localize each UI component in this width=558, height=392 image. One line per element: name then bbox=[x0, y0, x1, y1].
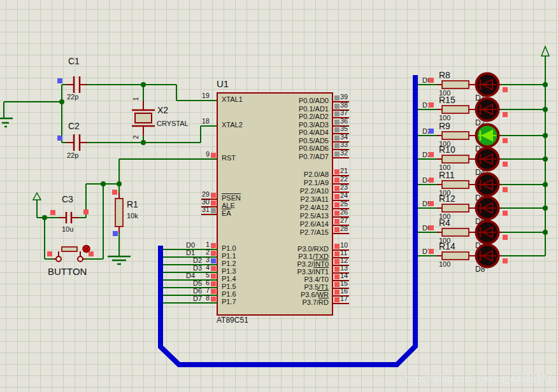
pin-number: 13 bbox=[340, 265, 361, 272]
pin-label-segment: P2.0/A8 bbox=[304, 171, 329, 178]
pin-label: P2.7/A15 bbox=[300, 229, 329, 237]
state-square-red bbox=[211, 289, 216, 294]
net-label: D2 bbox=[193, 257, 202, 265]
led-off[interactable] bbox=[474, 174, 501, 196]
junction-dot bbox=[543, 157, 548, 162]
resistor-ref-label: R4 bbox=[439, 218, 450, 228]
resistor-symbol[interactable] bbox=[437, 228, 474, 236]
pin-label: P3.0/RXD bbox=[297, 246, 329, 253]
resistor-ref-label: R14 bbox=[439, 242, 455, 251]
state-square-gray bbox=[334, 127, 340, 132]
pin-label: P0.0/AD0 bbox=[299, 97, 329, 105]
led-off[interactable] bbox=[474, 148, 501, 171]
resistor-symbol[interactable] bbox=[437, 252, 474, 260]
state-square-red bbox=[334, 267, 340, 272]
pin-number: 36 bbox=[340, 118, 361, 125]
state-square-red bbox=[211, 243, 216, 248]
resistor-symbol[interactable] bbox=[437, 81, 474, 88]
pin-label-segment: P1.1 bbox=[222, 252, 236, 260]
pin-number: 15 bbox=[340, 280, 361, 288]
pin-number: 9 bbox=[189, 151, 210, 158]
pin-label-segment: INT1 bbox=[313, 268, 329, 276]
junction-dot bbox=[543, 107, 548, 112]
led-off[interactable] bbox=[474, 245, 501, 267]
pin-label: P2.2/A10 bbox=[300, 188, 329, 195]
pin-label-xtal2: XTAL2 bbox=[222, 122, 243, 129]
push-button[interactable] bbox=[54, 246, 90, 262]
pin-label-segment: P1.7 bbox=[222, 298, 236, 305]
state-square-red bbox=[429, 78, 434, 83]
state-square-red bbox=[334, 186, 340, 191]
net-label: D5 bbox=[193, 280, 202, 288]
state-square-red bbox=[89, 251, 94, 256]
c1-value-label: 22p bbox=[67, 94, 78, 101]
pin-label: P3.7/RD bbox=[302, 299, 329, 307]
resistor-ref-label: R9 bbox=[439, 122, 450, 131]
pin-label-segment: RST bbox=[222, 154, 236, 162]
state-square-red bbox=[429, 201, 434, 206]
pin-label-segment: P0.1/AD1 bbox=[299, 105, 329, 113]
resistor-ref-label: R15 bbox=[439, 95, 455, 105]
state-square-gray bbox=[334, 120, 340, 125]
pin-number: 28 bbox=[340, 225, 361, 233]
state-square-red bbox=[112, 190, 117, 195]
pin-label-p17: P1.7 bbox=[222, 298, 236, 306]
junction-dot bbox=[543, 182, 548, 187]
led-on[interactable] bbox=[474, 125, 501, 147]
resistor-symbol[interactable] bbox=[437, 106, 474, 113]
pin-number: 32 bbox=[340, 150, 361, 157]
resistor-symbol[interactable] bbox=[437, 155, 474, 163]
state-square-blue bbox=[429, 129, 434, 134]
pin-label: P3.6/WR bbox=[301, 291, 329, 299]
pin-label: P3.3/INT1 bbox=[297, 269, 329, 276]
pin-label-segment: P1.0 bbox=[222, 244, 236, 252]
pin-number: 23 bbox=[340, 184, 361, 192]
state-square-red bbox=[50, 210, 55, 215]
led-off[interactable] bbox=[474, 197, 501, 220]
pin-label-segment: P0.5/AD5 bbox=[299, 137, 329, 144]
resistor-symbol[interactable] bbox=[437, 204, 474, 212]
capacitor-c2[interactable] bbox=[66, 134, 87, 151]
pin-label-p14: P1.4 bbox=[222, 276, 236, 283]
pin-number: 39 bbox=[340, 94, 361, 101]
pin-label-segment: P0.2/AD2 bbox=[299, 113, 329, 120]
resistor-r1[interactable] bbox=[115, 192, 123, 233]
pin-number: 21 bbox=[340, 167, 361, 175]
resistor-symbol[interactable] bbox=[437, 132, 474, 139]
pin-label-p13: P1.3 bbox=[222, 268, 236, 276]
state-square-red bbox=[211, 281, 216, 286]
watermark-url: https://blog.csdn.net/qq_44366571 bbox=[405, 374, 552, 384]
state-square-red bbox=[503, 112, 508, 117]
schematic-canvas[interactable]: D0D1D1D2D2D3D3D4D4D5D5D6D6D7D7D8 U1 AT89… bbox=[0, 0, 558, 392]
pin-number: 24 bbox=[340, 192, 361, 200]
state-square-red bbox=[429, 152, 434, 157]
r1-ref-label: R1 bbox=[127, 200, 138, 209]
state-square-red bbox=[211, 266, 216, 271]
state-square-red bbox=[211, 153, 216, 158]
pin-label-segment: P3.2/ bbox=[297, 260, 313, 268]
led-off[interactable] bbox=[474, 221, 501, 244]
pin-label: P0.3/AD3 bbox=[299, 122, 329, 129]
state-square-gray bbox=[334, 143, 340, 148]
state-squares bbox=[47, 78, 118, 256]
led-off[interactable] bbox=[474, 99, 501, 121]
net-label: D4 bbox=[186, 272, 195, 280]
pin-label: P3.5/T1 bbox=[304, 284, 329, 291]
pin-label: P2.3/A11 bbox=[301, 196, 329, 204]
pin-label-segment: P1.4 bbox=[222, 275, 236, 283]
pin-number: 35 bbox=[340, 125, 361, 133]
c2-value-label: 22p bbox=[67, 152, 78, 160]
resistor-symbol[interactable] bbox=[437, 181, 474, 188]
led-off[interactable] bbox=[474, 74, 501, 96]
pin-label: P2.6/A14 bbox=[300, 221, 329, 228]
button-actuator-icon[interactable] bbox=[83, 246, 90, 253]
state-square-red bbox=[334, 194, 340, 199]
capacitor-c3[interactable] bbox=[59, 212, 79, 223]
state-square-red bbox=[503, 235, 508, 240]
pin-label-segment: P2.1/A9 bbox=[304, 179, 329, 186]
pin-number: 31 bbox=[189, 206, 210, 214]
pin-number: 37 bbox=[340, 109, 361, 117]
net-label: D3 bbox=[193, 265, 202, 272]
pin-label-segment: P3.7/ bbox=[302, 298, 318, 306]
capacitor-c1[interactable] bbox=[66, 76, 87, 93]
